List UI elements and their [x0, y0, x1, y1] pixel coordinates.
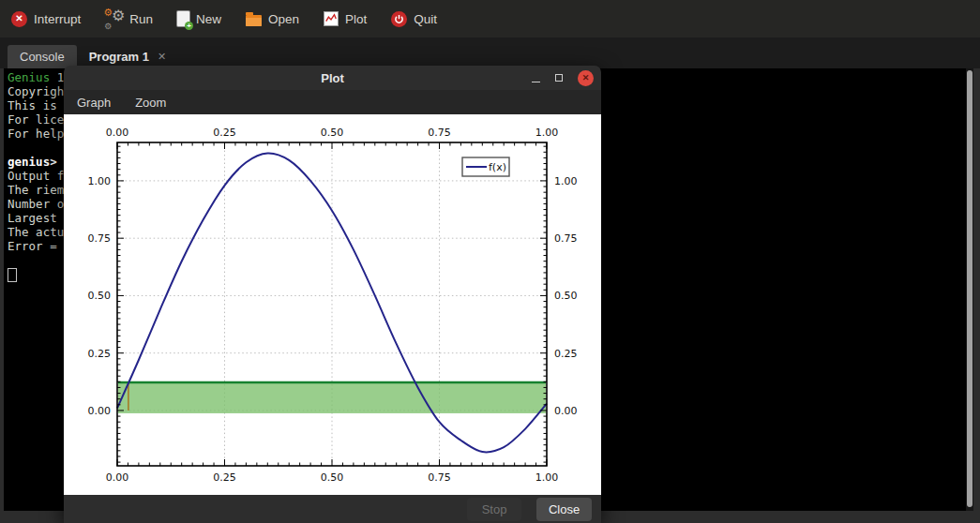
console-scrollbar[interactable] [966, 68, 973, 511]
integral-band [118, 382, 546, 413]
plot-titlebar[interactable]: Plot ✕ [64, 66, 601, 90]
console-line: For lice [8, 112, 64, 127]
run-button[interactable]: ⚙⚙⚙ Run [105, 10, 153, 27]
plot-canvas[interactable]: 0.000.000.250.250.500.500.750.751.001.00… [64, 114, 601, 495]
quit-button[interactable]: Quit [391, 11, 437, 27]
console-line: Copyrigh [8, 84, 64, 98]
close-button[interactable]: Close [536, 498, 592, 521]
stop-button[interactable]: Stop [467, 498, 521, 521]
x-tick-label-bottom: 1.00 [535, 471, 559, 484]
x-tick-label-bottom: 0.25 [213, 471, 236, 484]
interrupt-icon: ✕ [11, 11, 27, 27]
y-tick-label-right: 0.00 [554, 405, 578, 417]
console-line: Number o [8, 197, 64, 211]
run-label: Run [129, 12, 153, 26]
run-gears-icon: ⚙⚙⚙ [105, 10, 123, 27]
tab-bar: Console Program 1 ✕ [0, 37, 980, 68]
tab-close-icon[interactable]: ✕ [158, 51, 166, 63]
plot-label: Plot [345, 12, 367, 26]
console-line: genius> [8, 155, 64, 169]
tab-program-1-label: Program 1 [89, 50, 149, 64]
console-line: Error = [8, 239, 64, 253]
plot-menubar: Graph Zoom [64, 90, 601, 114]
open-folder-icon [246, 15, 262, 26]
terminal-cursor [8, 268, 17, 282]
plot-button[interactable]: Plot [324, 11, 367, 26]
quit-power-icon [391, 11, 407, 27]
x-tick-label-top: 0.25 [213, 127, 236, 139]
maximize-icon[interactable] [555, 74, 563, 82]
tab-console-label: Console [20, 50, 65, 64]
x-tick-label-bottom: 0.75 [428, 471, 451, 484]
open-button[interactable]: Open [246, 12, 299, 26]
console-line [8, 141, 64, 155]
console-line: For help [8, 127, 64, 141]
window-controls: ✕ [532, 66, 594, 90]
quit-label: Quit [414, 12, 437, 26]
new-document-icon: + [177, 11, 189, 26]
plot-canvas-area[interactable]: 0.000.000.250.250.500.500.750.751.001.00… [64, 114, 601, 495]
main-toolbar: ✕ Interrupt ⚙⚙⚙ Run + New Open Plot [0, 0, 980, 37]
y-tick-label-right: 0.25 [554, 348, 578, 360]
plot-chart-icon [324, 11, 339, 26]
plot-window-title: Plot [321, 71, 344, 85]
console-line: Genius 1 [8, 70, 64, 84]
menu-zoom[interactable]: Zoom [135, 96, 166, 110]
x-tick-label-bottom: 0.50 [321, 471, 344, 484]
plot-dialog: Plot ✕ Graph Zoom 0.000.000.250.250.500.… [64, 66, 601, 523]
y-tick-label-left: 0.25 [88, 348, 112, 360]
console-line: The actu [8, 225, 64, 239]
console-line: The riem [8, 183, 64, 197]
legend-label: f(x) [489, 161, 506, 173]
console-line: This is [8, 98, 64, 112]
y-tick-label-left: 0.50 [88, 290, 112, 302]
right-margin [973, 68, 980, 523]
x-tick-label-top: 0.50 [321, 127, 344, 139]
close-window-icon[interactable]: ✕ [578, 70, 594, 86]
interrupt-label: Interrupt [34, 12, 81, 26]
minimize-icon[interactable] [532, 74, 540, 82]
y-tick-label-right: 1.00 [554, 175, 578, 187]
tab-console[interactable]: Console [8, 45, 77, 68]
open-label: Open [268, 12, 299, 26]
menu-graph[interactable]: Graph [77, 96, 111, 110]
scrollbar-thumb[interactable] [967, 70, 972, 507]
console-line: Largest [8, 211, 64, 225]
y-tick-label-right: 0.50 [554, 290, 578, 302]
plot-action-bar: Stop Close [64, 495, 601, 523]
genius-app-window: ✕ Interrupt ⚙⚙⚙ Run + New Open Plot [0, 0, 980, 523]
y-tick-label-right: 0.75 [554, 232, 578, 245]
y-tick-label-left: 1.00 [88, 175, 112, 187]
console-line [8, 267, 64, 281]
x-tick-label-top: 0.00 [106, 127, 129, 139]
console-line [8, 253, 64, 267]
y-tick-label-left: 0.75 [88, 232, 112, 245]
x-tick-label-bottom: 0.00 [106, 471, 129, 484]
interrupt-button[interactable]: ✕ Interrupt [11, 11, 81, 27]
x-tick-label-top: 1.00 [535, 127, 559, 139]
console-line: Output f [8, 169, 64, 183]
new-label: New [196, 12, 221, 26]
console-output: Genius 1CopyrighThis is For liceFor help… [8, 70, 64, 281]
new-button[interactable]: + New [177, 11, 221, 26]
x-tick-label-top: 0.75 [428, 127, 451, 139]
y-tick-label-left: 0.00 [88, 405, 112, 417]
